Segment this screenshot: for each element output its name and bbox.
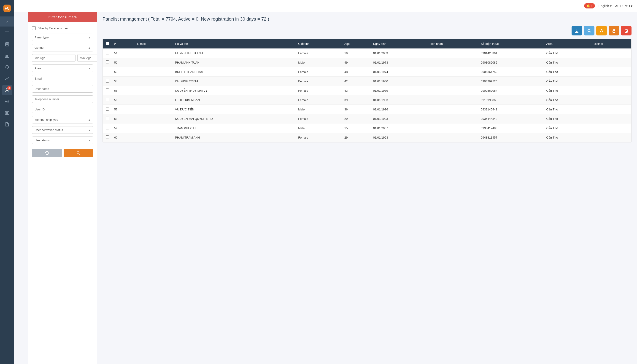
max-age-input[interactable] bbox=[77, 54, 97, 62]
row-num: 54 bbox=[112, 76, 135, 86]
row-checkbox[interactable] bbox=[106, 135, 109, 139]
sidebar-item-analytics[interactable] bbox=[2, 51, 12, 61]
row-age: 42 bbox=[342, 76, 371, 86]
sidebar-item-list[interactable] bbox=[2, 108, 12, 118]
download-button[interactable] bbox=[571, 26, 582, 36]
area-select[interactable]: Area ▲ bbox=[32, 64, 93, 72]
row-area: Cần Thơ bbox=[544, 48, 591, 58]
row-marital bbox=[428, 58, 479, 67]
row-phone: 0908262526 bbox=[478, 76, 544, 86]
user-menu[interactable]: AP DEMO ▾ bbox=[615, 4, 632, 8]
sidebar-item-files[interactable] bbox=[2, 119, 12, 130]
row-gender: Male bbox=[296, 58, 342, 67]
sidebar-item-menu[interactable] bbox=[2, 28, 12, 38]
membership-select[interactable]: Member ship type ▲ bbox=[32, 116, 93, 124]
row-email bbox=[135, 95, 173, 105]
row-gender: Female bbox=[296, 95, 342, 105]
filter-search-button[interactable] bbox=[584, 26, 594, 36]
row-gender: Female bbox=[296, 114, 342, 124]
delete-button[interactable] bbox=[621, 26, 631, 36]
chevron-down-icon: ▾ bbox=[610, 4, 611, 8]
activation-select[interactable]: User activation status ▲ bbox=[32, 126, 93, 134]
row-checkbox[interactable] bbox=[106, 88, 109, 92]
sidebar-item-trends[interactable] bbox=[2, 74, 12, 84]
facebook-filter-checkbox[interactable] bbox=[32, 26, 36, 30]
share-button[interactable] bbox=[596, 26, 607, 36]
row-marital bbox=[428, 95, 479, 105]
row-checkbox[interactable] bbox=[106, 116, 109, 120]
user-id-input[interactable] bbox=[32, 106, 93, 113]
chevron-up-icon: ▲ bbox=[88, 129, 91, 132]
row-checkbox[interactable] bbox=[106, 126, 109, 130]
row-area: Cần Thơ bbox=[544, 67, 591, 76]
age-range-row bbox=[32, 54, 93, 62]
language-selector[interactable]: English ▾ bbox=[598, 4, 611, 8]
search-button[interactable] bbox=[64, 148, 93, 157]
sidebar-item-notifications[interactable] bbox=[2, 62, 12, 72]
email-input[interactable] bbox=[32, 75, 93, 82]
row-num: 53 bbox=[112, 67, 135, 76]
row-district bbox=[591, 67, 631, 76]
username-row bbox=[32, 85, 93, 92]
row-checkbox[interactable] bbox=[106, 98, 109, 101]
sidebar-item-users[interactable]: 20 bbox=[2, 85, 12, 95]
telephone-input[interactable] bbox=[32, 95, 93, 103]
col-area: Area bbox=[544, 39, 591, 48]
col-marital: Hôn nhân bbox=[428, 39, 479, 48]
row-checkbox[interactable] bbox=[106, 70, 109, 73]
language-label: English bbox=[598, 4, 609, 8]
panel-type-select[interactable]: Panel type ▲ bbox=[32, 34, 93, 41]
row-gender: Female bbox=[296, 76, 342, 86]
row-district bbox=[591, 48, 631, 58]
row-district bbox=[591, 114, 631, 124]
sidebar-item-reports[interactable] bbox=[2, 39, 12, 50]
user-status-select[interactable]: User status ▲ bbox=[32, 136, 93, 144]
row-checkbox-cell bbox=[103, 48, 112, 58]
row-checkbox[interactable] bbox=[106, 60, 109, 64]
svg-line-18 bbox=[79, 154, 80, 155]
select-all-checkbox[interactable] bbox=[106, 42, 109, 45]
row-email bbox=[135, 48, 173, 58]
row-checkbox[interactable] bbox=[106, 79, 109, 82]
lock-button[interactable] bbox=[609, 26, 619, 36]
row-area: Cần Thơ bbox=[544, 133, 591, 142]
area-label: Area bbox=[35, 66, 41, 70]
reset-button[interactable] bbox=[32, 148, 62, 157]
chevron-up-icon: ▲ bbox=[88, 67, 91, 70]
row-district bbox=[591, 133, 631, 142]
row-area: Cần Thơ bbox=[544, 105, 591, 114]
sidebar-expand[interactable]: › bbox=[0, 16, 14, 26]
row-age: 29 bbox=[342, 133, 371, 142]
row-phone: 0903089085 bbox=[478, 58, 544, 67]
table-row: 55 NGUYỄN THỤY MAI VY Female 43 01/01/19… bbox=[103, 86, 631, 95]
row-name: CHI VINH TRINH bbox=[173, 76, 296, 86]
row-area: Cần Thơ bbox=[544, 86, 591, 95]
table-row: 57 VŨ ĐỨC TIẾN Male 36 01/01/1986 093214… bbox=[103, 105, 631, 114]
row-name: TRAN PHUC LE bbox=[173, 124, 296, 133]
row-num: 60 bbox=[112, 133, 135, 142]
sidebar-item-settings[interactable] bbox=[2, 96, 12, 106]
row-district bbox=[591, 86, 631, 95]
notification-badge[interactable]: 🔔 1 bbox=[584, 3, 595, 8]
row-checkbox-cell bbox=[103, 95, 112, 105]
row-email bbox=[135, 58, 173, 67]
col-email: E-mail bbox=[135, 39, 173, 48]
table-row: 54 CHI VINH TRINH Female 42 01/01/1980 0… bbox=[103, 76, 631, 86]
gender-select[interactable]: Gender ▲ bbox=[32, 44, 93, 52]
sidebar: FC › 20 bbox=[0, 0, 14, 364]
min-age-input[interactable] bbox=[32, 54, 76, 62]
row-district bbox=[591, 76, 631, 86]
row-num: 57 bbox=[112, 105, 135, 114]
username-input[interactable] bbox=[32, 85, 93, 92]
row-email bbox=[135, 67, 173, 76]
row-dob: 01/01/1974 bbox=[371, 67, 428, 76]
row-checkbox[interactable] bbox=[106, 107, 109, 111]
svg-point-22 bbox=[601, 30, 602, 31]
row-dob: 01/01/1973 bbox=[371, 58, 428, 67]
row-dob: 01/01/2007 bbox=[371, 124, 428, 133]
row-checkbox[interactable] bbox=[106, 51, 109, 54]
svg-rect-9 bbox=[7, 55, 8, 58]
row-gender: Female bbox=[296, 133, 342, 142]
svg-point-13 bbox=[7, 101, 8, 102]
row-phone: 0906364752 bbox=[478, 67, 544, 76]
